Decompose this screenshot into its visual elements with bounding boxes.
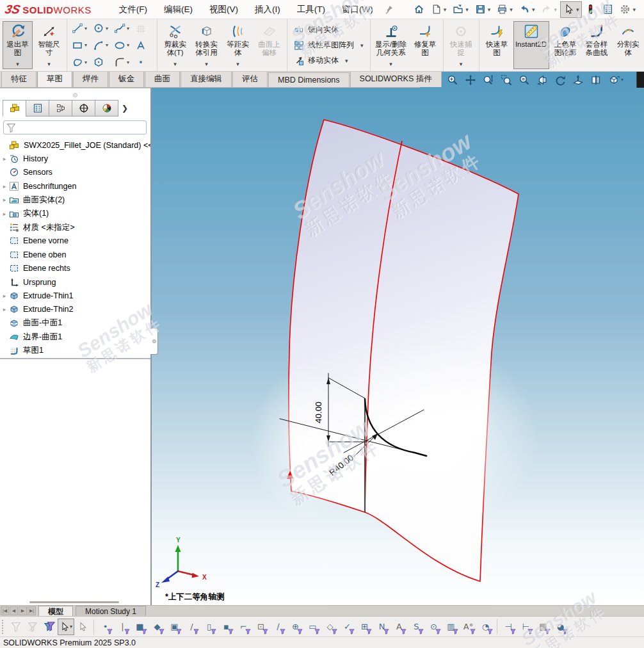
filter-curves-icon[interactable]: S [408,619,425,635]
zoom-to-selection-icon[interactable] [519,74,530,86]
undo-dropdown[interactable]: ▾ [532,6,535,13]
expand-arrow-icon[interactable]: ▸ [0,197,9,203]
tree-item[interactable]: Ebene vorne [0,234,152,248]
doc-tab-motion-study-1[interactable]: Motion Study 1 [76,606,146,616]
surface-body[interactable]: 40.00 R40.00 Y X Z [156,120,539,588]
filter-dimensions-icon[interactable]: ◇ [321,619,339,635]
offset-entities-button[interactable]: 等距实体▾ [223,21,253,69]
sketch-fillet-button[interactable]: ▾ [112,55,133,69]
filter-annotations-icon[interactable]: A [390,619,408,635]
zoom-in-out-icon[interactable] [483,74,494,86]
linear-sketch-pattern-button[interactable]: 线性草图阵列▾ [291,38,367,53]
expand-arrow-icon[interactable]: ▸ [0,293,9,299]
exit-sketch-button[interactable]: 退出草图▾ [3,21,33,69]
mirror-entities-button[interactable]: 镜向实体 [291,22,367,38]
task-pane-report-button[interactable] [599,1,616,18]
go-last-button[interactable]: ▶| [28,606,36,615]
tree-item[interactable]: 边界-曲面1 [0,330,152,343]
tab-特征[interactable]: 特征 [1,70,36,87]
filter-loupe-icon[interactable]: ⊙ [425,619,442,635]
fit-spline-button[interactable]: 套合样条曲线 [582,21,612,69]
tree-item[interactable]: 材质 <未指定> [0,220,152,234]
open-file-dropdown[interactable]: ▾ [465,6,469,13]
repair-sketch-button[interactable]: 修复草图 [410,21,440,69]
filter-angle-text-icon[interactable]: A° [460,619,477,635]
offset-entities-dropdown[interactable]: ▾ [236,61,239,67]
filter-frames-icon[interactable]: ⊡ [252,619,270,635]
expand-arrow-icon[interactable]: ▸ [0,306,9,312]
panel-tab-displaymanager[interactable] [95,100,118,117]
filter-screen-icon[interactable]: ▤ [535,619,552,635]
quick-snaps-dropdown[interactable]: ▾ [460,61,463,67]
redo-dropdown[interactable]: ▾ [554,6,557,13]
sketch-polygon-button[interactable] [91,55,112,69]
sketch-ellipse-button[interactable]: ▾ [112,38,133,53]
tab-MBD Dimensions[interactable]: MBD Dimensions [268,72,350,87]
tree-item[interactable]: ▸Beschriftungen [0,179,152,193]
selection-colors-button[interactable] [582,1,599,18]
panel-scrollbar[interactable] [29,601,119,603]
model-canvas[interactable]: 40.00 R40.00 Y X Z [152,72,644,605]
rotate-view-icon[interactable] [554,74,566,86]
panel-tab-dimxpertmanager[interactable] [72,100,95,117]
sketch-mesh-button[interactable] [133,21,154,35]
sketch-text-button[interactable] [133,38,154,53]
convert-entities-button[interactable]: 转换实体引用▾ [191,21,221,69]
split-entities-button[interactable]: 分割实体 [613,21,643,69]
tree-item[interactable]: ▸曲面实体(2) [0,193,152,207]
menu-窗[interactable]: 窗口(W) [334,1,382,19]
shaded-sketch-contours-button[interactable]: 上色草图轮廓 [551,21,581,69]
expand-arrow-icon[interactable]: ▸ [0,211,9,217]
panel-splitter-handle[interactable] [150,328,158,355]
tree-item[interactable]: 草图1 [0,344,152,357]
exit-sketch-dropdown[interactable]: ▾ [16,61,19,67]
tab-直接编辑[interactable]: 直接编辑 [181,70,232,87]
filter-decals-icon[interactable]: ◕ [552,619,569,635]
smart-dimension-button[interactable]: 智能尺寸▾ [34,21,64,69]
task-pane-edge[interactable] [636,72,644,88]
tab-曲面[interactable]: 曲面 [145,70,180,87]
tree-item[interactable]: Sensors [0,166,152,179]
filter-dimension-names-icon[interactable]: ⊞ [356,619,373,635]
tree-item[interactable]: Ebene oben [0,248,152,261]
graphics-viewport[interactable]: 40.00 R40.00 Y X Z [152,72,644,605]
filter-hatching-icon[interactable]: ▥ [442,619,460,635]
view-orientation-icon[interactable]: ▾ [608,74,624,86]
section-view-icon[interactable] [590,74,602,86]
rapid-sketch-button[interactable]: 快速草图 [482,21,512,69]
filter-planes-icon[interactable]: ▯ [200,619,218,635]
filter-tab-left-icon[interactable]: ⊣ [500,619,517,635]
save-button[interactable]: ▾ [472,1,494,18]
select-cursor-button[interactable]: ▾ [560,1,583,18]
quick-snaps-button[interactable]: 快速捕捉▾ [446,21,476,69]
options-gear-dropdown[interactable]: ▾ [632,6,636,13]
move-entities-button[interactable]: 移动实体▾ [291,53,367,69]
options-gear-button[interactable]: ▾ [616,1,639,18]
sketch-spline-button[interactable]: ▾ [112,21,133,35]
tree-item[interactable]: ▸Extrude-Thin1 [0,289,152,302]
sketch-arc-button[interactable]: ▾ [91,38,112,53]
panel-grip[interactable] [73,93,77,97]
panel-tab-flyout[interactable]: ❯ [118,100,132,117]
go-first-button[interactable]: |◀ [1,606,9,615]
lasso-select-button[interactable] [74,619,91,635]
tree-filter-input[interactable] [3,120,147,134]
tree-item[interactable]: Ursprung [0,275,152,289]
pin-menubar-icon[interactable] [384,4,394,14]
undo-button[interactable]: ▾ [516,1,538,18]
dim-value-linear[interactable]: 40.00 [314,401,323,423]
menu-视[interactable]: 视图(V) [201,1,246,19]
linear-sketch-pattern-dropdown[interactable]: ▾ [360,42,364,49]
filter-edges-icon[interactable]: ❘ [114,619,131,635]
filter-toggle-button[interactable] [8,619,24,635]
sketch-point-button[interactable] [133,55,154,69]
tab-钣金[interactable]: 钣金 [109,70,144,87]
tree-item[interactable]: ▸Extrude-Thin2 [0,303,152,316]
pan-icon[interactable] [465,74,476,86]
go-next-button[interactable]: ▶ [19,606,27,615]
sketch-circle-button[interactable]: ▾ [91,21,112,35]
filter-sketch-points-icon[interactable]: ▪ [218,619,235,635]
previous-view-icon[interactable] [536,74,548,86]
filter-solid-bodies-icon[interactable]: ▣ [166,619,183,635]
filter-origins-icon[interactable]: ⊕ [287,619,304,635]
